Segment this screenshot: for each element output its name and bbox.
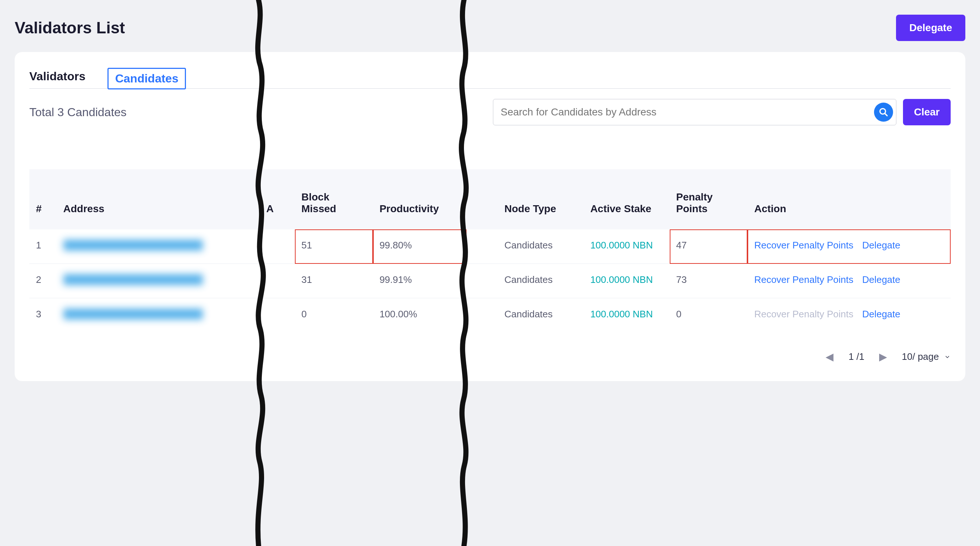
cell-block-missed: 0 [295,298,373,333]
cell-productivity: 100.00% [373,298,466,333]
cell-index: 3 [29,298,57,333]
cell-penalty-points: 73 [670,264,748,298]
cell-index: 1 [29,229,57,264]
cell-productivity: 99.80% [373,229,466,264]
cell-address [57,229,260,264]
search-button[interactable] [874,103,893,122]
col-penalty-points: Penalty Points [670,169,748,229]
search-icon [879,107,888,117]
col-a: A [260,169,295,229]
cell-a [260,264,295,298]
cell-a [260,229,295,264]
cell-block-missed: 51 [295,229,373,264]
cell-a [260,298,295,333]
delegate-link[interactable]: Delegate [862,308,900,319]
tab-validators[interactable]: Validators [29,65,86,88]
delegate-link[interactable]: Delegate [862,240,900,251]
cell-block-missed: 31 [295,264,373,298]
cell-address [57,264,260,298]
page-indicator: 1 /1 [848,351,864,362]
cell-node-type: Candidates [498,229,584,264]
col-active-stake: Active Stake [584,169,669,229]
cell-productivity: 99.91% [373,264,466,298]
prev-page[interactable]: ◀ [826,351,834,363]
col-index: # [29,169,57,229]
cell-node-type: Candidates [498,298,584,333]
recover-penalty-link[interactable]: Recover Penalty Points [754,240,853,251]
tabs-bar: Validators Candidates [29,65,951,89]
table-row: 15199.80%Candidates100.0000 NBN47Recover… [29,229,951,264]
col-block-missed: Block Missed [295,169,373,229]
cell-node-type: Candidates [498,264,584,298]
table-row: 30100.00%Candidates100.0000 NBN0Recover … [29,298,951,333]
search-input[interactable] [501,106,874,118]
col-productivity: Productivity [373,169,466,229]
recover-penalty-link[interactable]: Recover Penalty Points [754,274,853,285]
cell-action: Recover Penalty PointsDelegate [748,298,951,333]
cell-penalty-points: 0 [670,298,748,333]
delegate-button[interactable]: Delegate [896,15,965,41]
next-page[interactable]: ▶ [879,351,887,363]
cell-action: Recover Penalty PointsDelegate [748,229,951,264]
candidates-table: # Address A Block Missed Productivity No… [29,169,951,332]
cell-active-stake: 100.0000 NBN [584,264,669,298]
col-action: Action [748,169,951,229]
address-blurred [64,308,203,319]
recover-penalty-link: Recover Penalty Points [754,308,853,319]
address-blurred [64,274,203,285]
cell-active-stake: 100.0000 NBN [584,229,669,264]
cell-active-stake: 100.0000 NBN [584,298,669,333]
svg-line-1 [885,113,887,116]
cell-index: 2 [29,264,57,298]
per-page-select[interactable]: 10/ page [902,351,951,362]
table-row: 23199.91%Candidates100.0000 NBN73Recover… [29,264,951,298]
total-candidates-text: Total 3 Candidates [29,106,127,119]
cell-address [57,298,260,333]
clear-button[interactable]: Clear [903,99,951,125]
pagination: ◀ 1 /1 ▶ 10/ page [29,351,951,363]
col-address: Address [57,169,260,229]
page-title: Validators List [15,19,125,37]
tab-candidates[interactable]: Candidates [107,68,186,89]
cell-action: Recover Penalty PointsDelegate [748,264,951,298]
cell-penalty-points: 47 [670,229,748,264]
chevron-down-icon [944,354,951,360]
address-blurred [64,240,203,251]
validators-card: Validators Candidates Total 3 Candidates… [15,52,965,381]
search-box [493,99,896,125]
delegate-link[interactable]: Delegate [862,274,900,285]
col-node-type: Node Type [498,169,584,229]
